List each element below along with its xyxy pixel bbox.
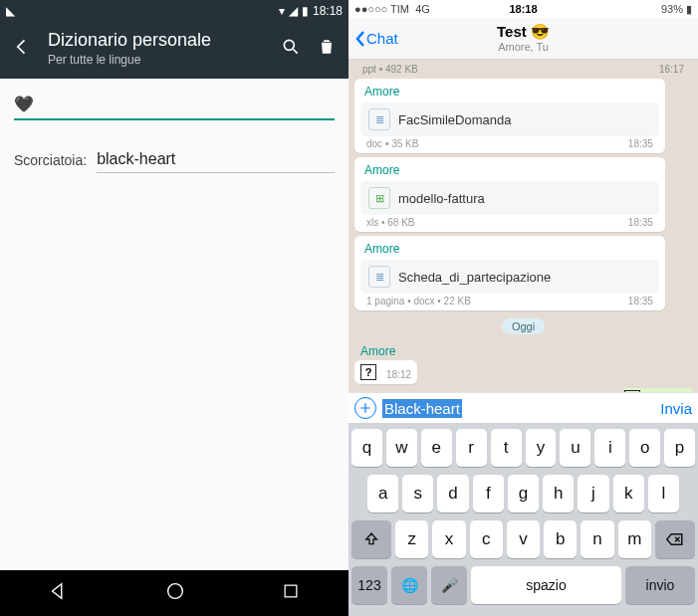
battery-icon: ▮ <box>302 4 309 18</box>
key-f[interactable]: f <box>473 475 504 513</box>
doc-filename: modello-fattura <box>398 191 485 206</box>
unknown-glyph-icon: ? <box>360 364 376 380</box>
svg-rect-2 <box>285 585 297 597</box>
doc-filename: Scheda_di_partecipazione <box>398 270 551 285</box>
key-x[interactable]: x <box>432 520 465 558</box>
numbers-key[interactable]: 123 <box>351 566 387 604</box>
doc-message[interactable]: Amore ≣ FacSimileDomanda doc • 35 KB18:3… <box>354 79 665 153</box>
key-n[interactable]: n <box>581 520 613 558</box>
android-nav-bar <box>0 570 349 616</box>
key-s[interactable]: s <box>402 475 433 513</box>
key-g[interactable]: g <box>508 475 539 513</box>
compose-bar: Black-heart Invia <box>349 392 698 423</box>
attach-button[interactable] <box>354 397 376 419</box>
key-i[interactable]: i <box>594 429 625 467</box>
key-r[interactable]: r <box>456 429 487 467</box>
key-j[interactable]: j <box>578 475 608 513</box>
nav-home-icon[interactable] <box>164 580 186 606</box>
ios-keyboard: q w e r t y u i o p a s d f g h j k l z … <box>349 423 698 616</box>
keyboard-row: q w e r t y u i o p <box>351 429 695 467</box>
mic-key[interactable]: 🎤 <box>431 566 467 604</box>
ios-nav-bar: Chat Test 😎 Amore, Tu <box>349 18 698 60</box>
android-status-bar: ◣ ▾ ◢ ▮ 18:18 <box>0 0 349 22</box>
sender-name: Amore <box>360 83 659 101</box>
status-notification-icon: ◣ <box>6 4 15 18</box>
key-w[interactable]: w <box>386 429 417 467</box>
sender-name: Amore <box>360 161 659 179</box>
android-toolbar: Dizionario personale Per tutte le lingue <box>0 22 349 79</box>
key-b[interactable]: b <box>544 520 577 558</box>
incoming-message[interactable]: Amore ? 18:12 <box>354 342 417 384</box>
back-button[interactable]: Chat <box>354 30 398 48</box>
signal-icon: ◢ <box>289 4 298 18</box>
android-pane: ◣ ▾ ◢ ▮ 18:18 Dizionario personale Per t… <box>0 0 349 616</box>
doc-message[interactable]: Amore ≣ Scheda_di_partecipazione 1 pagin… <box>354 236 665 310</box>
key-v[interactable]: v <box>507 520 540 558</box>
chat-title[interactable]: Test 😎 <box>497 24 550 41</box>
keyboard-row: 123 🌐 🎤 spazio invio <box>351 566 695 604</box>
chat-area[interactable]: ppt • 492 KB16:17 Amore ≣ FacSimileDoman… <box>349 60 698 392</box>
message-time: 18:12 <box>386 369 411 380</box>
android-body: Scorciatoia: <box>0 79 349 334</box>
key-m[interactable]: m <box>618 520 651 558</box>
key-q[interactable]: q <box>351 429 382 467</box>
toolbar-subtitle: Per tutte le lingue <box>48 53 265 67</box>
key-c[interactable]: c <box>470 520 503 558</box>
status-time: 18:18 <box>349 3 698 15</box>
prev-doc-meta: ppt • 492 KB16:17 <box>354 64 692 75</box>
send-button[interactable]: Invia <box>660 400 692 417</box>
key-d[interactable]: d <box>437 475 468 513</box>
key-o[interactable]: o <box>629 429 660 467</box>
wifi-icon: ▾ <box>279 4 285 18</box>
shift-key[interactable] <box>351 520 391 558</box>
day-separator: Oggi <box>502 318 545 334</box>
key-u[interactable]: u <box>560 429 590 467</box>
word-input[interactable] <box>14 89 335 120</box>
outgoing-message[interactable]: ? 18:18 ✓✓ <box>624 388 692 392</box>
unknown-glyph-icon: ? <box>624 390 640 392</box>
doc-icon: ≣ <box>368 108 390 130</box>
status-time: 18:18 <box>313 4 343 18</box>
keyboard-row: z x c v b n m <box>351 520 695 558</box>
ios-pane: ●●○○○ TIM 4G 18:18 93% ▮ Chat Test 😎 Amo… <box>349 0 698 616</box>
svg-point-1 <box>168 584 183 599</box>
keyboard-row: a s d f g h j k l <box>351 475 695 513</box>
doc-icon: ≣ <box>368 266 390 288</box>
key-h[interactable]: h <box>543 475 574 513</box>
message-input[interactable]: Black-heart <box>382 400 654 417</box>
key-t[interactable]: t <box>491 429 522 467</box>
return-key[interactable]: invio <box>625 566 695 604</box>
doc-message[interactable]: Amore ⊞ modello-fattura xls • 68 KB18:35 <box>354 157 665 232</box>
doc-filename: FacSimileDomanda <box>398 112 511 127</box>
nav-recent-icon[interactable] <box>281 581 301 605</box>
chat-subtitle: Amore, Tu <box>497 41 550 53</box>
key-a[interactable]: a <box>367 475 398 513</box>
space-key[interactable]: spazio <box>471 566 621 604</box>
key-l[interactable]: l <box>648 475 679 513</box>
xls-icon: ⊞ <box>368 187 390 209</box>
key-p[interactable]: p <box>664 429 695 467</box>
key-e[interactable]: e <box>421 429 452 467</box>
sender-name: Amore <box>360 240 659 258</box>
key-z[interactable]: z <box>395 520 428 558</box>
search-icon[interactable] <box>281 37 301 61</box>
toolbar-title: Dizionario personale <box>48 30 265 51</box>
delete-icon[interactable] <box>317 37 337 61</box>
ios-status-bar: ●●○○○ TIM 4G 18:18 93% ▮ <box>349 0 698 18</box>
shortcut-label: Scorciatoia: <box>14 152 87 168</box>
svg-point-0 <box>284 40 294 50</box>
key-k[interactable]: k <box>613 475 644 513</box>
backspace-key[interactable] <box>655 520 695 558</box>
nav-back-icon[interactable] <box>48 580 70 606</box>
back-arrow-icon[interactable] <box>12 37 32 61</box>
key-y[interactable]: y <box>526 429 557 467</box>
shortcut-input[interactable] <box>97 146 335 173</box>
globe-key[interactable]: 🌐 <box>391 566 427 604</box>
